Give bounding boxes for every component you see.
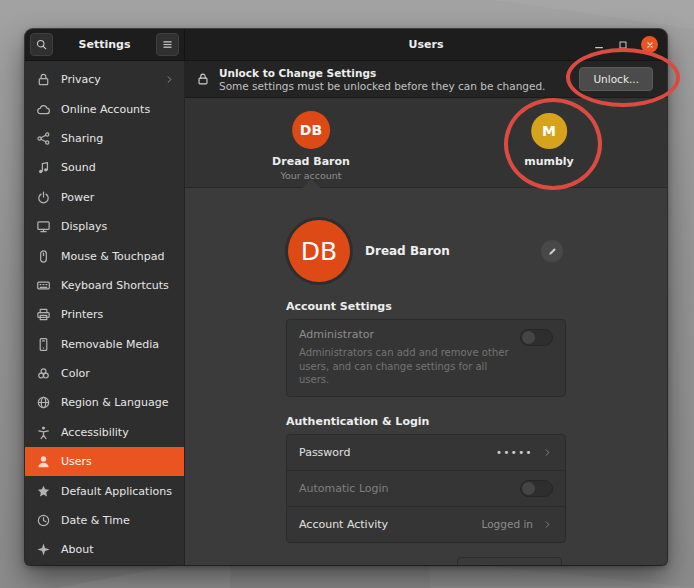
titlebar: Settings Users: [25, 29, 667, 61]
sidebar-item-about[interactable]: About: [25, 535, 184, 564]
carousel-current-avatar: DB: [292, 111, 330, 149]
privacy-icon: [36, 72, 51, 87]
sound-icon: [36, 160, 51, 175]
account-activity-row[interactable]: Account Activity Logged in: [287, 506, 565, 542]
profile-name: Dread Baron: [365, 244, 450, 258]
edit-avatar-button[interactable]: [540, 239, 564, 263]
sidebar-item-users[interactable]: Users: [25, 447, 184, 476]
minimize-icon: [593, 39, 605, 51]
date-time-icon: [36, 513, 51, 528]
pencil-icon: [547, 246, 558, 257]
sidebar-item-date-time[interactable]: Date & Time: [25, 506, 184, 535]
password-label: Password: [299, 446, 350, 459]
hamburger-menu-icon: [161, 38, 174, 51]
sidebar-item-power[interactable]: Power: [25, 183, 184, 212]
toggle-knob: [522, 482, 535, 495]
authentication-card: Password ••••• Automatic Login Account A…: [286, 434, 566, 543]
sidebar-item-online-accounts[interactable]: Online Accounts: [25, 94, 184, 123]
carousel-current-name: Dread Baron: [272, 155, 350, 168]
sidebar-item-label: Accessibility: [61, 426, 129, 439]
power-icon: [36, 190, 51, 205]
sidebar-item-label: Default Applications: [61, 485, 172, 498]
users-icon: [36, 454, 51, 469]
sidebar-item-removable-media[interactable]: Removable Media: [25, 330, 184, 359]
sidebar-item-privacy[interactable]: Privacy: [25, 65, 184, 94]
sidebar-item-label: Users: [61, 455, 92, 468]
lock-icon: [196, 72, 210, 86]
sidebar-item-label: Region & Language: [61, 396, 169, 409]
wallpaper-shape: [494, 0, 694, 29]
profile-header: DB Dread Baron: [286, 220, 566, 282]
unlock-button[interactable]: Unlock...: [579, 67, 653, 91]
sidebar-item-label: Date & Time: [61, 514, 130, 527]
printers-icon: [36, 307, 51, 322]
sidebar-item-sound[interactable]: Sound: [25, 153, 184, 182]
settings-window: Settings Users PrivacyOnline AccountsSha…: [25, 29, 667, 565]
administrator-card: Administrator Administrators can add and…: [286, 319, 566, 397]
about-icon: [36, 542, 51, 557]
sidebar-item-printers[interactable]: Printers: [25, 300, 184, 329]
unlock-subtitle: Some settings must be unlocked before th…: [219, 80, 545, 92]
chevron-right-icon: [542, 519, 553, 530]
authentication-heading: Authentication & Login: [286, 415, 566, 428]
maximize-icon: [617, 39, 629, 51]
sidebar: PrivacyOnline AccountsSharingSoundPowerD…: [25, 61, 185, 565]
online-accounts-icon: [36, 102, 51, 117]
sidebar-item-mouse-touchpad[interactable]: Mouse & Touchpad: [25, 241, 184, 270]
keyboard-icon: [36, 278, 51, 293]
sidebar-item-label: Sharing: [61, 132, 103, 145]
mouse-icon: [36, 249, 51, 264]
sidebar-item-label: Online Accounts: [61, 103, 150, 116]
maximize-button[interactable]: [617, 39, 629, 51]
sidebar-item-label: Power: [61, 191, 94, 204]
remove-user-button[interactable]: Remove User...: [457, 557, 562, 566]
app-title: Settings: [53, 38, 156, 51]
menu-button[interactable]: [156, 33, 179, 56]
carousel-user-other[interactable]: M mumbly: [524, 113, 574, 168]
sidebar-item-accessibility[interactable]: Accessibility: [25, 418, 184, 447]
sidebar-item-label: Keyboard Shortcuts: [61, 279, 169, 292]
automatic-login-toggle[interactable]: [520, 480, 553, 497]
sidebar-item-sharing[interactable]: Sharing: [25, 124, 184, 153]
chevron-right-icon: [542, 447, 553, 458]
automatic-login-label: Automatic Login: [299, 482, 389, 495]
sidebar-item-keyboard-shortcuts[interactable]: Keyboard Shortcuts: [25, 271, 184, 300]
user-carousel: DB Dread Baron Your account M mumbly: [185, 98, 667, 188]
displays-icon: [36, 219, 51, 234]
content-header: Users: [185, 29, 667, 60]
administrator-label: Administrator: [299, 328, 553, 341]
sidebar-item-region-language[interactable]: Region & Language: [25, 388, 184, 417]
sidebar-item-color[interactable]: Color: [25, 359, 184, 388]
sidebar-item-label: Mouse & Touchpad: [61, 250, 165, 263]
search-icon: [35, 38, 48, 51]
carousel-other-avatar: M: [531, 113, 567, 149]
user-detail-panel: DB Dread Baron Account Settings Administ…: [185, 188, 667, 565]
sidebar-item-label: Color: [61, 367, 90, 380]
default-apps-icon: [36, 484, 51, 499]
unlock-banner: Unlock to Change Settings Some settings …: [185, 61, 667, 98]
remove-user-row: Remove User...: [286, 557, 566, 566]
account-settings-heading: Account Settings: [286, 300, 566, 313]
carousel-user-current[interactable]: DB Dread Baron Your account: [272, 111, 350, 181]
page-title: Users: [409, 38, 444, 51]
sidebar-item-label: Printers: [61, 308, 103, 321]
sidebar-item-displays[interactable]: Displays: [25, 212, 184, 241]
minimize-button[interactable]: [593, 39, 605, 51]
chevron-right-icon: [164, 74, 175, 85]
removable-media-icon: [36, 337, 51, 352]
automatic-login-row: Automatic Login: [287, 470, 565, 506]
toggle-knob: [522, 331, 535, 344]
search-button[interactable]: [30, 33, 53, 56]
region-icon: [36, 395, 51, 410]
profile-avatar: DB: [288, 220, 350, 282]
sidebar-item-label: Removable Media: [61, 338, 159, 351]
accessibility-icon: [36, 425, 51, 440]
sidebar-item-default-applications[interactable]: Default Applications: [25, 476, 184, 505]
users-panel: Unlock to Change Settings Some settings …: [185, 61, 667, 565]
close-button[interactable]: [641, 36, 658, 53]
sidebar-list: PrivacyOnline AccountsSharingSoundPowerD…: [25, 65, 184, 565]
unlock-texts: Unlock to Change Settings Some settings …: [219, 67, 545, 92]
password-row[interactable]: Password •••••: [287, 435, 565, 470]
sidebar-item-label: Sound: [61, 161, 96, 174]
administrator-toggle[interactable]: [520, 329, 553, 346]
